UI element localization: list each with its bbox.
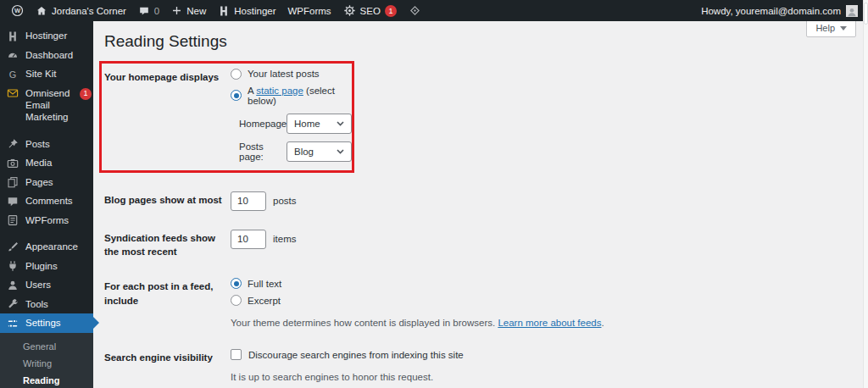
discourage-indexing-option: Discourage search engines from indexing … [231, 349, 863, 360]
syndication-input[interactable] [231, 230, 266, 249]
blog-pages-suffix: posts [273, 196, 297, 206]
static-page-link[interactable]: static page [256, 86, 303, 96]
menu-separator [0, 230, 93, 237]
svg-text:G: G [9, 69, 17, 79]
syndication-label: Syndication feeds show the most recent [104, 230, 231, 259]
sidebar-item-pages[interactable]: Pages [0, 173, 93, 192]
svg-text:W: W [14, 7, 21, 14]
seo-menu[interactable]: SEO 1 [337, 0, 403, 21]
admin-sidebar: Hostinger Dashboard G Site Kit Omnisend … [0, 21, 93, 388]
dashboard-icon [7, 49, 19, 61]
sidebar-item-dashboard[interactable]: Dashboard [0, 46, 93, 65]
wpforms-menu[interactable]: WPForms [282, 0, 337, 21]
sidebar-item-media[interactable]: Media [0, 153, 93, 173]
full-text-radio[interactable] [231, 278, 242, 289]
pages-icon [7, 176, 19, 188]
posts-page-select[interactable]: Blog [287, 141, 352, 162]
submenu-item-writing[interactable]: Writing [0, 355, 93, 372]
sidebar-item-omnisend[interactable]: Omnisend Email Marketing 1 [0, 84, 93, 127]
settings-sliders-icon [7, 318, 19, 330]
blog-pages-label: Blog pages show at most [104, 191, 231, 211]
sidebar-item-label: Media [25, 157, 92, 169]
latest-posts-radio[interactable] [231, 69, 242, 80]
settings-submenu: General Writing Reading Discussion [0, 333, 93, 388]
sidebar-item-appearance[interactable]: Appearance [0, 237, 93, 257]
sidebar-item-label: Users [25, 279, 92, 291]
comment-bubble-icon [7, 196, 19, 208]
sidebar-item-label: Pages [25, 176, 92, 188]
learn-more-feeds-link[interactable]: Learn more about feeds [498, 318, 601, 328]
help-button[interactable]: Help [806, 19, 856, 37]
static-page-radio[interactable] [231, 90, 242, 101]
sidebar-item-posts[interactable]: Posts [0, 135, 93, 154]
sidebar-item-comments[interactable]: Comments [0, 191, 93, 211]
search-visibility-note: It is up to search engines to honor this… [231, 370, 863, 385]
submenu-item-general[interactable]: General [0, 338, 93, 355]
wordpress-logo-icon: W [11, 4, 24, 17]
excerpt-radio[interactable] [231, 295, 242, 306]
homepage-displays-controls: Your latest posts A static page (select … [231, 69, 352, 162]
comments-menu[interactable]: 0 [132, 0, 165, 21]
highlight-box: Your homepage displays Your latest posts… [99, 61, 354, 173]
chevron-down-icon [840, 26, 847, 30]
wrench-icon [7, 298, 19, 310]
wpforms-label: WPForms [288, 6, 331, 16]
full-text-label: Full text [248, 279, 281, 289]
admin-bar-right: Howdy, youremail@domain.com [701, 0, 868, 21]
sidebar-item-tools[interactable]: Tools [0, 295, 93, 314]
full-text-option: Full text [231, 278, 863, 289]
new-content-menu[interactable]: New [165, 0, 212, 21]
syndication-row: Syndication feeds show the most recent i… [104, 230, 863, 259]
wordpress-logo-menu[interactable]: W [5, 0, 30, 21]
sidebar-item-label: Site Kit [25, 68, 92, 80]
sidebar-item-label: Comments [25, 195, 92, 207]
diamond-plugin-menu[interactable] [403, 0, 427, 21]
search-visibility-controls: Discourage search engines from indexing … [231, 349, 863, 385]
homepage-displays-label: Your homepage displays [104, 69, 231, 162]
chevron-down-icon [337, 121, 344, 126]
feed-note: Your theme determines how content is dis… [231, 316, 863, 330]
homepage-displays-row: Your homepage displays Your latest posts… [104, 69, 352, 162]
avatar[interactable] [846, 5, 858, 17]
feed-content-label: For each post in a feed, include [104, 278, 231, 330]
menu-separator [0, 127, 93, 135]
site-name-menu[interactable]: Jordana's Corner [30, 0, 132, 21]
sidebar-item-site-kit[interactable]: G Site Kit [0, 64, 93, 84]
static-page-label: A static page (select below) [248, 86, 352, 106]
scrollbar-thumb[interactable] [864, 3, 868, 25]
hostinger-label: Hostinger [234, 6, 275, 16]
submenu-item-reading[interactable]: Reading [0, 372, 93, 388]
pushpin-icon [7, 138, 19, 150]
admin-bar-left: W Jordana's Corner 0 New Hostinger [0, 0, 427, 21]
sidebar-item-label: WPForms [25, 214, 92, 226]
scrollbar[interactable] [863, 0, 868, 388]
sidebar-item-users[interactable]: Users [0, 275, 93, 295]
sidebar-item-plugins[interactable]: Plugins [0, 257, 93, 276]
sidebar-item-wpforms[interactable]: WPForms [0, 211, 93, 230]
diamond-icon [409, 4, 421, 17]
homepage-select[interactable]: Home [287, 114, 352, 134]
posts-page-select-line: Posts page: Blog [239, 141, 352, 162]
comment-bubble-icon [138, 5, 150, 17]
chevron-down-icon [337, 149, 344, 154]
sidebar-item-settings[interactable]: Settings [0, 313, 93, 333]
admin-bar: W Jordana's Corner 0 New Hostinger [0, 0, 868, 21]
sidebar-item-label: Dashboard [25, 49, 92, 61]
howdy-menu[interactable]: Howdy, youremail@domain.com [701, 6, 841, 16]
home-icon [36, 5, 47, 17]
envelope-icon [7, 87, 19, 99]
sidebar-item-hostinger[interactable]: Hostinger [0, 26, 93, 46]
discourage-indexing-checkbox[interactable] [231, 349, 242, 360]
latest-posts-label: Your latest posts [248, 69, 320, 79]
hostinger-icon [218, 5, 230, 17]
hostinger-menu[interactable]: Hostinger [212, 0, 281, 21]
camera-icon [7, 158, 19, 169]
sidebar-item-label: Hostinger [25, 30, 92, 42]
feed-note-text: Your theme determines how content is dis… [231, 318, 495, 328]
feed-content-row: For each post in a feed, include Full te… [104, 278, 863, 330]
posts-page-select-label: Posts page: [239, 141, 283, 162]
form-clipboard-icon [7, 214, 19, 226]
hostinger-icon [7, 30, 19, 42]
blog-pages-input[interactable] [231, 191, 266, 211]
static-prefix: A [248, 86, 253, 96]
